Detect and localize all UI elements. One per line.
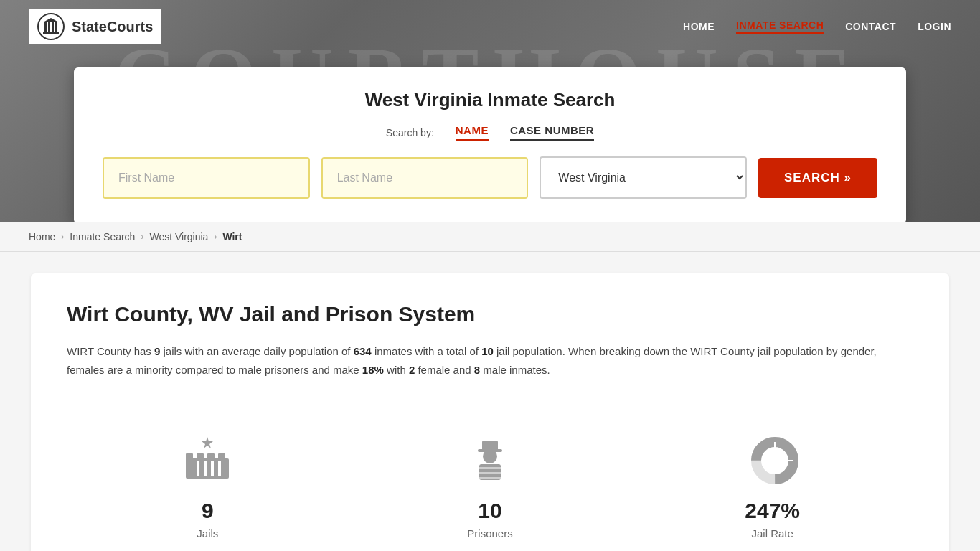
- nav-inmate-search[interactable]: INMATE SEARCH: [736, 19, 824, 34]
- breadcrumb-inmate-search[interactable]: Inmate Search: [70, 231, 135, 242]
- svg-rect-15: [207, 453, 215, 461]
- svg-rect-24: [479, 477, 501, 479]
- svg-rect-2: [44, 22, 47, 32]
- breadcrumb-current: Wirt: [222, 231, 242, 242]
- county-description: WIRT County has 9 jails with an average …: [67, 342, 913, 379]
- chart-icon: [744, 430, 801, 487]
- content-card: Wirt County, WV Jail and Prison System W…: [31, 273, 949, 551]
- tab-name[interactable]: NAME: [456, 124, 489, 141]
- svg-rect-5: [55, 22, 57, 32]
- nav-contact[interactable]: CONTACT: [845, 21, 896, 32]
- svg-rect-22: [479, 467, 501, 469]
- navbar: StateCourts HOME INMATE SEARCH CONTACT L…: [0, 0, 980, 53]
- jails-label: Jails: [197, 527, 218, 540]
- site-name: StateCourts: [72, 19, 153, 35]
- search-row: West VirginiaAlabamaAlaskaArizonaArkansa…: [103, 156, 877, 199]
- svg-rect-12: [218, 461, 221, 476]
- svg-point-0: [38, 14, 64, 39]
- prisoner-icon: [461, 430, 519, 487]
- svg-rect-3: [48, 22, 50, 32]
- nav-home[interactable]: HOME: [683, 21, 715, 32]
- search-by-label: Search by:: [386, 127, 434, 138]
- breadcrumb-sep-2: ›: [141, 232, 143, 242]
- svg-rect-1: [43, 32, 59, 34]
- main-content: Wirt County, WV Jail and Prison System W…: [0, 252, 980, 551]
- svg-point-7: [50, 19, 52, 22]
- county-title: Wirt County, WV Jail and Prison System: [67, 302, 913, 326]
- svg-rect-14: [197, 453, 204, 461]
- search-button[interactable]: SEARCH »: [758, 158, 877, 198]
- last-name-input[interactable]: [321, 157, 529, 199]
- svg-rect-8: [186, 458, 229, 479]
- prisoners-number: 10: [478, 499, 501, 523]
- nav-login[interactable]: LOGIN: [918, 21, 951, 32]
- svg-rect-16: [218, 453, 225, 461]
- search-card: West Virginia Inmate Search Search by: N…: [74, 67, 906, 222]
- jail-rate-label: Jail Rate: [752, 527, 793, 540]
- stats-row: 9 Jails: [67, 408, 913, 551]
- stat-prisoners: 10 Prisoners: [349, 408, 632, 551]
- svg-rect-19: [482, 441, 498, 451]
- svg-rect-13: [186, 453, 193, 461]
- svg-marker-17: [202, 437, 213, 448]
- svg-point-20: [483, 449, 497, 463]
- breadcrumb-sep-1: ›: [61, 232, 64, 242]
- logo-icon: [37, 13, 65, 40]
- breadcrumb: Home › Inmate Search › West Virginia › W…: [0, 222, 980, 252]
- nav-links: HOME INMATE SEARCH CONTACT LOGIN: [683, 19, 951, 34]
- svg-rect-4: [52, 22, 54, 32]
- breadcrumb-home[interactable]: Home: [29, 231, 55, 242]
- jails-number: 9: [202, 499, 214, 523]
- stat-jails: 9 Jails: [67, 408, 349, 551]
- breadcrumb-west-virginia[interactable]: West Virginia: [149, 231, 208, 242]
- first-name-input[interactable]: [103, 157, 310, 199]
- stat-jail-rate: 247% Jail Rate: [631, 408, 913, 551]
- svg-rect-11: [211, 461, 214, 476]
- jail-icon: [179, 430, 236, 487]
- hero-section: COURTHOUSE StateCourts HOME INMATE SEARC…: [0, 0, 980, 222]
- svg-rect-10: [204, 461, 207, 476]
- search-card-wrapper: West Virginia Inmate Search Search by: N…: [0, 53, 980, 222]
- svg-rect-23: [479, 472, 501, 474]
- tab-case-number[interactable]: CASE NUMBER: [510, 124, 594, 141]
- state-select[interactable]: West VirginiaAlabamaAlaskaArizonaArkansa…: [540, 156, 747, 199]
- search-card-title: West Virginia Inmate Search: [103, 89, 877, 111]
- svg-rect-9: [197, 461, 199, 476]
- site-logo[interactable]: StateCourts: [29, 9, 161, 44]
- jail-rate-number: 247%: [745, 499, 800, 523]
- prisoners-label: Prisoners: [467, 527, 512, 540]
- search-tabs: Search by: NAME CASE NUMBER: [103, 124, 877, 141]
- breadcrumb-sep-3: ›: [214, 232, 217, 242]
